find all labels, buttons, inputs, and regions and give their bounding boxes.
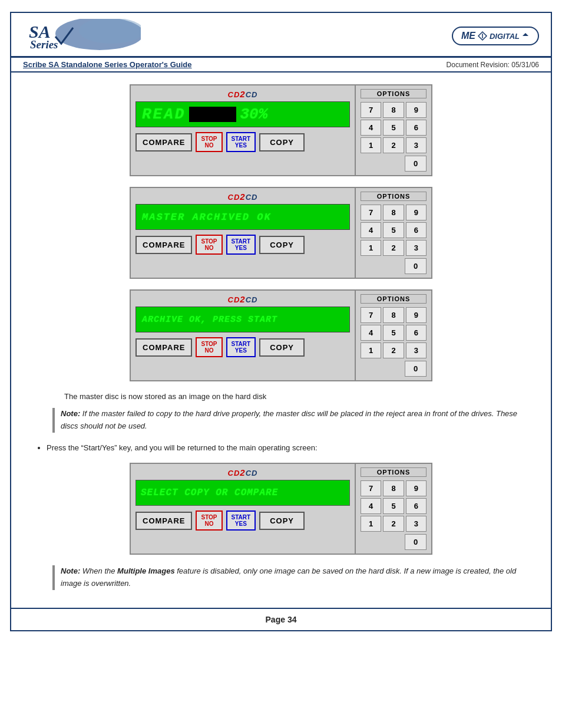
opt-btn-9[interactable]: 9 <box>406 102 427 118</box>
bullet-list: Press the “Start/Yes” key, and you will … <box>47 442 533 454</box>
opt-btn-5[interactable]: 5 <box>383 120 404 136</box>
p4-opt-btn-8[interactable]: 8 <box>383 480 404 496</box>
p3-opt-btn-5[interactable]: 5 <box>383 325 404 341</box>
panel2-options-title: OPTIONS <box>361 192 427 201</box>
p3-opt-btn-3[interactable]: 3 <box>406 342 427 358</box>
panel2-display: MASTER ARCHIVED OK <box>135 204 350 230</box>
opt-btn-2[interactable]: 2 <box>383 137 404 153</box>
p2-opt-btn-7[interactable]: 7 <box>361 205 381 220</box>
note1-block: Note: If the master failed to copy to th… <box>52 408 533 433</box>
me-digital-logo: ME DIGITAL <box>452 27 539 45</box>
opt-btn-8[interactable]: 8 <box>383 102 404 118</box>
p3-opt-btn-6[interactable]: 6 <box>406 325 427 341</box>
panel1-options: OPTIONS 7 8 9 4 5 6 1 2 3 0 <box>355 85 431 175</box>
panel3-options-grid: 7 8 9 4 5 6 1 2 3 <box>361 307 427 358</box>
sa-series-logo: SA Series <box>23 19 141 53</box>
panel1: CD2CD READ 30% COMPARE STOP NO <box>130 84 432 176</box>
panel1-start-button[interactable]: START YES <box>226 132 256 152</box>
p2-opt-btn-5[interactable]: 5 <box>383 222 404 238</box>
panel3-buttons: COMPARE STOP NO START YES COPY <box>135 336 350 358</box>
p2-opt-btn-9[interactable]: 9 <box>406 205 427 220</box>
panel2-compare-button[interactable]: COMPARE <box>135 236 192 254</box>
panel3-copy-button[interactable]: COPY <box>259 338 305 357</box>
panel1-zero-row: 0 <box>361 156 427 172</box>
p4-opt-btn-7[interactable]: 7 <box>361 480 381 496</box>
p3-opt-btn-2[interactable]: 2 <box>383 342 404 358</box>
panel2: CD2CD MASTER ARCHIVED OK COMPARE STOP NO… <box>130 187 432 279</box>
panel2-logo: CD2CD <box>135 192 350 202</box>
p2-opt-btn-8[interactable]: 8 <box>383 205 404 220</box>
panel3-display: ARCHIVE OK, PRESS START <box>135 307 350 332</box>
panel2-copy-button[interactable]: COPY <box>259 236 305 254</box>
panel1-options-title: OPTIONS <box>361 89 427 98</box>
p3-opt-btn-0[interactable]: 0 <box>405 361 427 377</box>
p2-opt-btn-0[interactable]: 0 <box>405 258 427 274</box>
p3-opt-btn-7[interactable]: 7 <box>361 307 381 323</box>
panel3-main: CD2CD ARCHIVE OK, PRESS START COMPARE ST… <box>131 291 355 380</box>
p3-opt-btn-4[interactable]: 4 <box>361 325 381 341</box>
panel3-logo: CD2CD <box>135 294 350 304</box>
note2-block: Note: When the Multiple Images feature i… <box>52 565 533 590</box>
panel4-compare-button[interactable]: COMPARE <box>135 512 192 530</box>
page-number: Page 34 <box>266 615 297 624</box>
panel4-options-title: OPTIONS <box>361 467 427 477</box>
panel1-compare-button[interactable]: COMPARE <box>135 133 192 151</box>
p4-opt-btn-9[interactable]: 9 <box>406 480 427 496</box>
p2-opt-btn-2[interactable]: 2 <box>383 240 404 256</box>
panel4-logo: CD2CD <box>135 467 350 477</box>
p4-opt-btn-6[interactable]: 6 <box>406 498 427 514</box>
p4-opt-btn-2[interactable]: 2 <box>383 516 404 532</box>
p2-opt-btn-4[interactable]: 4 <box>361 222 381 238</box>
p2-opt-btn-6[interactable]: 6 <box>406 222 427 238</box>
p3-opt-btn-9[interactable]: 9 <box>406 307 427 323</box>
panel1-percent: 30% <box>240 106 267 123</box>
panel4-start-button[interactable]: START YES <box>226 510 256 531</box>
panel2-zero-row: 0 <box>361 258 427 274</box>
panel1-options-grid: 7 8 9 4 5 6 1 2 3 <box>361 102 427 153</box>
panel2-display-text: MASTER ARCHIVED OK <box>142 212 272 223</box>
header-title-row: Scribe SA Standalone Series Operator's G… <box>11 58 551 73</box>
panel3-display-text: ARCHIVE OK, PRESS START <box>142 315 277 325</box>
doc-revision: Document Revision: 05/31/06 <box>447 61 539 69</box>
panel2-main: CD2CD MASTER ARCHIVED OK COMPARE STOP NO… <box>131 188 355 278</box>
opt-btn-7[interactable]: 7 <box>361 102 381 118</box>
panel4-zero-row: 0 <box>361 534 427 550</box>
header: SA Series ME DIGITAL <box>11 13 551 58</box>
p3-opt-btn-1[interactable]: 1 <box>361 342 381 358</box>
opt-btn-6[interactable]: 6 <box>406 120 427 136</box>
panel4-display: SELECT COPY OR COMPARE <box>135 480 350 506</box>
note2-text: Note: When the Multiple Images feature i… <box>61 565 533 590</box>
p4-opt-btn-5[interactable]: 5 <box>383 498 404 514</box>
opt-btn-1[interactable]: 1 <box>361 137 381 153</box>
p3-opt-btn-8[interactable]: 8 <box>383 307 404 323</box>
panel2-start-button[interactable]: START YES <box>226 235 256 255</box>
opt-btn-0[interactable]: 0 <box>405 156 427 172</box>
panel1-copy-button[interactable]: COPY <box>259 133 305 151</box>
p4-opt-btn-1[interactable]: 1 <box>361 516 381 532</box>
opt-btn-3[interactable]: 3 <box>406 137 427 153</box>
p4-opt-btn-3[interactable]: 3 <box>406 516 427 532</box>
panel3-stop-button[interactable]: STOP NO <box>196 337 222 357</box>
panel1-container: CD2CD READ 30% COMPARE STOP NO <box>29 84 533 176</box>
panel3-zero-row: 0 <box>361 361 427 377</box>
panel3-start-button[interactable]: START YES <box>226 337 256 357</box>
note2-bold: Multiple Images <box>117 566 175 575</box>
panel4-container: CD2CD SELECT COPY OR COMPARE COMPARE STO… <box>29 463 533 555</box>
panel3-compare-button[interactable]: COMPARE <box>135 338 192 357</box>
text1: The master disc is now stored as an imag… <box>64 392 533 401</box>
note2-before: When the <box>82 566 117 575</box>
panel1-stop-button[interactable]: STOP NO <box>196 132 222 152</box>
panel2-options: OPTIONS 7 8 9 4 5 6 1 2 3 0 <box>355 188 431 278</box>
panel2-stop-button[interactable]: STOP NO <box>196 235 222 255</box>
p2-opt-btn-1[interactable]: 1 <box>361 240 381 256</box>
panel4-copy-button[interactable]: COPY <box>259 512 305 530</box>
p4-opt-btn-4[interactable]: 4 <box>361 498 381 514</box>
p2-opt-btn-3[interactable]: 3 <box>406 240 427 256</box>
panel4-stop-button[interactable]: STOP NO <box>196 510 222 531</box>
opt-btn-4[interactable]: 4 <box>361 120 381 136</box>
panel4-options: OPTIONS 7 8 9 4 5 6 1 2 3 0 <box>355 464 431 554</box>
panel2-container: CD2CD MASTER ARCHIVED OK COMPARE STOP NO… <box>29 187 533 279</box>
panel1-black-bar <box>189 107 236 122</box>
p4-opt-btn-0[interactable]: 0 <box>405 534 427 550</box>
panel3-options: OPTIONS 7 8 9 4 5 6 1 2 3 0 <box>355 291 431 380</box>
